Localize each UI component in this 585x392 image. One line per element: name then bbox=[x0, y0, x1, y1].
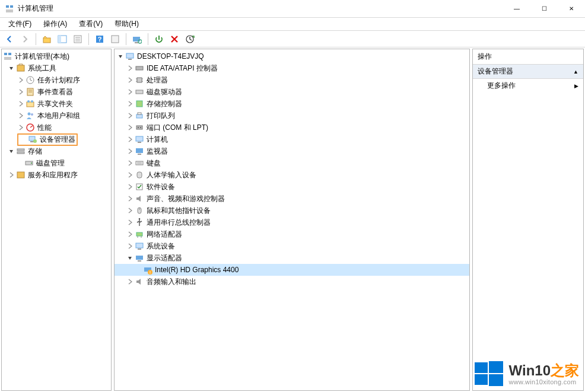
chevron-right-icon[interactable] bbox=[17, 100, 24, 107]
svg-rect-12 bbox=[112, 36, 119, 43]
leaf-spacer bbox=[20, 136, 27, 143]
chevron-right-icon[interactable] bbox=[126, 160, 133, 167]
printer-icon bbox=[135, 111, 144, 120]
device-network[interactable]: 网络适配器 bbox=[115, 228, 469, 240]
device-keyboard[interactable]: 键盘 bbox=[115, 157, 469, 169]
chevron-right-icon[interactable] bbox=[17, 124, 24, 131]
device-display-child[interactable]: ! Intel(R) HD Graphics 4400 bbox=[115, 264, 469, 276]
device-audio-io[interactable]: 音频输入和输出 bbox=[115, 276, 469, 288]
svg-rect-18 bbox=[8, 53, 11, 55]
tree-event-viewer[interactable]: 事件查看器 bbox=[2, 86, 111, 98]
chevron-right-icon[interactable] bbox=[126, 88, 133, 95]
menu-action[interactable]: 操作(A) bbox=[37, 18, 73, 30]
back-button[interactable] bbox=[2, 33, 17, 46]
software-device-icon bbox=[135, 182, 144, 192]
refresh-button[interactable] bbox=[108, 33, 122, 46]
tree-shared-folders[interactable]: 共享文件夹 bbox=[2, 98, 111, 110]
chevron-right-icon[interactable] bbox=[17, 77, 24, 84]
device-monitor[interactable]: 监视器 bbox=[115, 145, 469, 157]
chevron-down-icon[interactable] bbox=[8, 65, 15, 72]
chevron-right-icon[interactable] bbox=[126, 100, 133, 107]
close-button[interactable]: ✕ bbox=[558, 0, 585, 17]
menu-view[interactable]: 查看(V) bbox=[73, 18, 109, 30]
device-cpu[interactable]: 处理器 bbox=[115, 74, 469, 86]
device-storage-ctrl[interactable]: 存储控制器 bbox=[115, 98, 469, 110]
device-usb[interactable]: 通用串行总线控制器 bbox=[115, 216, 469, 228]
chevron-right-icon[interactable] bbox=[126, 195, 133, 202]
device-print-queue[interactable]: 打印队列 bbox=[115, 110, 469, 122]
chevron-down-icon[interactable] bbox=[117, 53, 124, 60]
properties-button[interactable] bbox=[71, 33, 85, 46]
help-button[interactable]: ? bbox=[93, 33, 107, 46]
chevron-right-icon[interactable] bbox=[126, 136, 133, 143]
tree-storage[interactable]: 存储 bbox=[2, 145, 111, 157]
enable-device-button[interactable] bbox=[152, 33, 166, 46]
toolbar-separator bbox=[126, 33, 126, 45]
chevron-down-icon[interactable] bbox=[8, 148, 15, 155]
svg-point-53 bbox=[140, 127, 141, 128]
chevron-right-icon[interactable] bbox=[17, 88, 24, 95]
chevron-right-icon[interactable] bbox=[126, 231, 133, 238]
tree-task-scheduler[interactable]: 任务计划程序 bbox=[2, 74, 111, 86]
device-software[interactable]: 软件设备 bbox=[115, 181, 469, 193]
menubar: 文件(F) 操作(A) 查看(V) 帮助(H) bbox=[0, 18, 585, 31]
up-button[interactable] bbox=[40, 33, 54, 46]
svg-point-28 bbox=[28, 113, 31, 116]
menu-help[interactable]: 帮助(H) bbox=[109, 18, 145, 30]
actions-section[interactable]: 设备管理器 ▲ bbox=[473, 65, 583, 79]
chevron-right-icon[interactable] bbox=[126, 183, 133, 190]
chevron-right-icon[interactable] bbox=[8, 171, 15, 179]
device-label: 声音、视频和游戏控制器 bbox=[147, 194, 225, 204]
menu-file[interactable]: 文件(F) bbox=[2, 18, 37, 30]
device-ide[interactable]: IDE ATA/ATAPI 控制器 bbox=[115, 62, 469, 74]
actions-more[interactable]: 更多操作 ▶ bbox=[473, 79, 583, 93]
svg-rect-14 bbox=[135, 42, 138, 43]
chevron-right-icon[interactable] bbox=[126, 171, 133, 179]
chevron-right-icon[interactable] bbox=[126, 243, 133, 250]
chevron-right-icon[interactable] bbox=[126, 219, 133, 226]
device-ports[interactable]: 端口 (COM 和 LPT) bbox=[115, 122, 469, 133]
device-display-adapters[interactable]: 显示适配器 bbox=[115, 252, 469, 264]
tree-local-users[interactable]: 本地用户和组 bbox=[2, 110, 111, 122]
chevron-right-icon[interactable] bbox=[17, 112, 24, 119]
tree-label: 磁盘管理 bbox=[36, 158, 65, 168]
tree-label: 设备管理器 bbox=[40, 135, 75, 145]
chevron-right-icon[interactable] bbox=[126, 112, 133, 119]
console-tree-pane: 计算机管理(本地) 系统工具 任务计划程序 事件查看器 共享文件夹 bbox=[1, 49, 112, 391]
device-mouse[interactable]: 鼠标和其他指针设备 bbox=[115, 205, 469, 216]
svg-point-33 bbox=[33, 139, 37, 143]
tree-services-apps[interactable]: 服务和应用程序 bbox=[2, 169, 111, 181]
update-driver-button[interactable] bbox=[183, 33, 197, 46]
minimize-button[interactable]: — bbox=[503, 0, 530, 17]
svg-rect-61 bbox=[137, 172, 142, 178]
tree-performance[interactable]: 性能 bbox=[2, 122, 111, 133]
uninstall-device-button[interactable] bbox=[167, 33, 182, 46]
chevron-right-icon[interactable] bbox=[126, 207, 133, 214]
chevron-right-icon[interactable] bbox=[126, 148, 133, 155]
toolbar: ? bbox=[0, 31, 585, 47]
device-hid[interactable]: 人体学输入设备 bbox=[115, 169, 469, 181]
tree-label: 共享文件夹 bbox=[37, 99, 73, 109]
chevron-right-icon[interactable] bbox=[126, 65, 133, 72]
maximize-button[interactable]: ☐ bbox=[530, 0, 558, 17]
chevron-right-icon[interactable] bbox=[126, 77, 133, 84]
tree-sys-tools[interactable]: 系统工具 bbox=[2, 62, 111, 74]
device-root[interactable]: DESKTOP-T4EJVJQ bbox=[115, 50, 469, 62]
forward-button[interactable] bbox=[18, 33, 32, 46]
device-computer[interactable]: 计算机 bbox=[115, 133, 469, 145]
actions-more-label: 更多操作 bbox=[487, 81, 516, 91]
tree-label: 存储 bbox=[28, 146, 42, 157]
chevron-right-icon[interactable] bbox=[126, 124, 133, 131]
tree-device-manager[interactable]: 设备管理器 bbox=[2, 133, 111, 145]
tree-disk-mgmt[interactable]: 磁盘管理 bbox=[2, 157, 111, 169]
svg-rect-69 bbox=[136, 243, 143, 248]
device-audio-video-game[interactable]: 声音、视频和游戏控制器 bbox=[115, 193, 469, 205]
device-disk[interactable]: 磁盘驱动器 bbox=[115, 86, 469, 98]
tree-root[interactable]: 计算机管理(本地) bbox=[2, 50, 111, 62]
chevron-right-icon[interactable] bbox=[126, 278, 133, 285]
show-hide-tree-button[interactable] bbox=[55, 33, 69, 46]
device-system[interactable]: 系统设备 bbox=[115, 240, 469, 252]
scan-hardware-button[interactable] bbox=[130, 33, 144, 46]
chevron-down-icon[interactable] bbox=[126, 254, 133, 262]
pc-icon bbox=[135, 135, 144, 144]
